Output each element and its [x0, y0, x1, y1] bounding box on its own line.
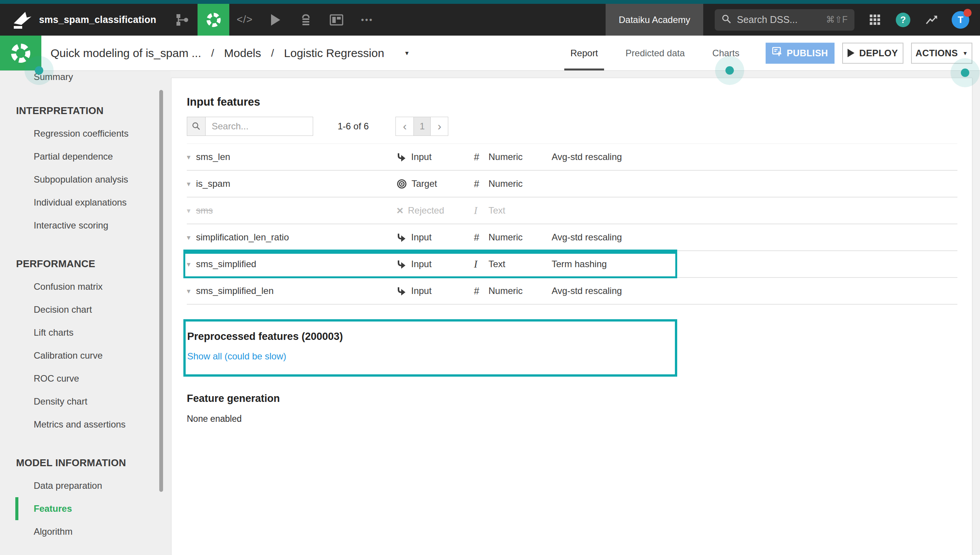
sidebar-item-summary[interactable]: Summary: [0, 65, 170, 88]
dataiku-academy-button[interactable]: Dataiku Academy: [606, 4, 703, 36]
text-type-icon: I: [474, 258, 484, 270]
table-row-sms[interactable]: ▾ sms × Rejected I Text: [187, 198, 957, 224]
feature-type: # Numeric: [474, 232, 552, 243]
search-icon: [187, 117, 206, 135]
breadcrumb-models[interactable]: Models: [224, 47, 261, 60]
feature-role: × Rejected: [397, 205, 474, 216]
sidebar-item-calibration-curve[interactable]: Calibration curve: [0, 344, 170, 367]
feature-name: sms: [196, 205, 397, 216]
tab-report[interactable]: Report: [557, 36, 612, 70]
row-expand-caret-icon[interactable]: ▾: [187, 233, 196, 242]
flow-icon[interactable]: [167, 4, 198, 36]
publish-button[interactable]: PUBLISH: [766, 42, 835, 64]
notification-dot: [964, 9, 972, 17]
feature-handling: Avg-std rescaling: [552, 152, 957, 162]
more-menu-icon[interactable]: •••: [352, 4, 382, 36]
feature-handling: Term hashing: [552, 259, 957, 269]
preprocessed-features-section: Preprocessed features (200003) Show all …: [183, 319, 677, 377]
sidebar-item-algorithm[interactable]: Algorithm: [0, 520, 170, 543]
breadcrumb-analysis[interactable]: Quick modeling of is_spam ...: [51, 47, 201, 60]
sidebar-item-roc-curve[interactable]: ROC curve: [0, 367, 170, 390]
sidebar-item-confusion-matrix[interactable]: Confusion matrix: [0, 275, 170, 298]
feature-role: Input: [397, 259, 474, 269]
project-name[interactable]: sms_spam_classification: [39, 14, 156, 25]
sidebar-item-partial-dependence[interactable]: Partial dependence: [0, 145, 170, 168]
sidebar-item-interactive-scoring[interactable]: Interactive scoring: [0, 214, 170, 237]
row-expand-caret-icon[interactable]: ▾: [187, 260, 196, 269]
run-play-icon[interactable]: [260, 4, 291, 36]
table-row-sms_len[interactable]: ▾ sms_len Input # Numeric Avg-std rescal…: [187, 144, 957, 171]
preprocessed-features-title: Preprocessed features (200003): [187, 331, 675, 343]
search-shortcut-hint: ⌘⇧F: [826, 15, 848, 25]
row-expand-caret-icon[interactable]: ▾: [187, 180, 196, 188]
pagination: ‹ 1 ›: [395, 117, 448, 136]
apps-grid-icon[interactable]: [869, 14, 881, 26]
actions-caret-icon: ▼: [962, 50, 968, 56]
pagination-prev-button[interactable]: ‹: [396, 117, 413, 135]
search-icon: [722, 14, 732, 26]
top-navbar: sms_spam_classification </> ••• Dataiku …: [0, 4, 980, 36]
global-search-input[interactable]: Search DSS... ⌘⇧F: [715, 9, 854, 31]
code-notebook-icon[interactable]: </>: [229, 4, 260, 36]
sidebar-item-regression-coefficients[interactable]: Regression coefficients: [0, 122, 170, 145]
numeric-hash-icon: #: [474, 178, 484, 189]
deploy-button[interactable]: DEPLOY: [842, 42, 903, 64]
sidebar-item-lift-charts[interactable]: Lift charts: [0, 321, 170, 344]
sidebar-item-density-chart[interactable]: Density chart: [0, 390, 170, 413]
show-all-link[interactable]: Show all (could be slow): [187, 351, 286, 362]
feature-role: Input: [397, 152, 474, 162]
actions-button[interactable]: ACTIONS ▼: [911, 42, 972, 64]
breadcrumb-model-name[interactable]: Logistic Regression: [284, 47, 384, 60]
sidebar-item-metrics-and-assertions[interactable]: Metrics and assertions: [0, 413, 170, 436]
browser-accent-strip: [0, 0, 980, 4]
user-avatar[interactable]: T: [952, 11, 969, 29]
sidebar-item-individual-explanations[interactable]: Individual explanations: [0, 191, 170, 214]
dashboard-icon[interactable]: [321, 4, 352, 36]
breadcrumb: Quick modeling of is_spam ... / Models /…: [51, 47, 410, 60]
input-arrow-icon: [397, 152, 407, 162]
sidebar-item-decision-chart[interactable]: Decision chart: [0, 298, 170, 321]
model-dropdown-caret-icon[interactable]: ▼: [404, 50, 410, 56]
text-type-icon: I: [474, 205, 484, 217]
features-search-input[interactable]: [206, 117, 313, 135]
feature-generation-section: Feature generation None enabled: [187, 393, 972, 424]
report-content: Input features 1-6 of 6 ‹ 1 › ▾: [170, 71, 980, 555]
table-row-sms_simplified[interactable]: ▾ sms_simplified Input I Text Term hashi…: [187, 251, 957, 278]
input-arrow-icon: [397, 232, 407, 242]
sidebar-scrollbar[interactable]: [159, 90, 163, 492]
numeric-hash-icon: #: [474, 232, 484, 243]
tab-charts[interactable]: Charts: [699, 36, 753, 70]
pagination-next-button[interactable]: ›: [430, 117, 448, 135]
table-row-sms_simplified_len[interactable]: ▾ sms_simplified_len Input # Numeric Avg…: [187, 278, 957, 305]
model-tabs: Report Predicted data Charts: [557, 36, 753, 70]
rejected-x-icon: ×: [397, 205, 403, 216]
feature-name: sms_simplified: [196, 259, 397, 269]
table-row-simplification_len_ratio[interactable]: ▾ simplification_len_ratio Input # Numer…: [187, 224, 957, 251]
feature-name: simplification_len_ratio: [196, 232, 397, 243]
sidebar-item-data-preparation[interactable]: Data preparation: [0, 474, 170, 497]
publish-icon: [772, 47, 782, 59]
feature-type: # Numeric: [474, 152, 552, 163]
table-row-is_spam[interactable]: ▾ is_spam Target # Numeric: [187, 171, 957, 198]
global-search-placeholder: Search DSS...: [737, 14, 797, 25]
sidebar-item-features[interactable]: Features: [15, 497, 170, 520]
help-icon[interactable]: ?: [896, 13, 910, 27]
features-search-box: [187, 117, 313, 136]
feature-role: Target: [397, 178, 474, 189]
tab-predicted-data[interactable]: Predicted data: [612, 36, 699, 70]
features-card: Input features 1-6 of 6 ‹ 1 › ▾: [171, 78, 972, 555]
usage-trend-icon[interactable]: [925, 13, 939, 26]
lab-icon-active[interactable]: [198, 4, 229, 36]
feature-name: sms_len: [196, 152, 397, 162]
row-expand-caret-icon[interactable]: ▾: [187, 153, 196, 162]
feature-role: Input: [397, 232, 474, 243]
input-features-title: Input features: [187, 96, 972, 108]
jobs-stack-icon[interactable]: [291, 4, 321, 36]
feature-role: Input: [397, 286, 474, 296]
dataiku-logo-icon[interactable]: [10, 9, 34, 31]
row-expand-caret-icon[interactable]: ▾: [187, 287, 196, 295]
feature-type: # Numeric: [474, 286, 552, 297]
sidebar-item-subpopulation-analysis[interactable]: Subpopulation analysis: [0, 168, 170, 191]
row-expand-caret-icon[interactable]: ▾: [187, 206, 196, 215]
pagination-page-number: 1: [413, 117, 430, 135]
